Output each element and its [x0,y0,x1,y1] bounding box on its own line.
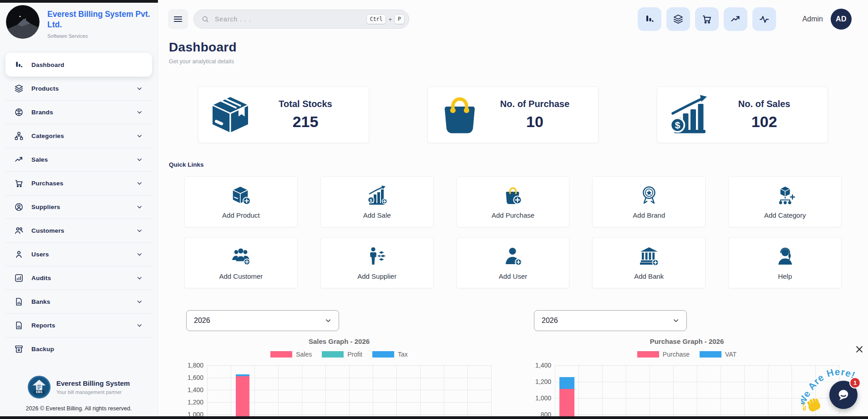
legend-item-profit[interactable]: Profit [322,351,362,358]
legend-swatch [637,351,659,358]
chevron-down-icon [136,203,143,211]
ebs-logo: EBS [28,376,51,399]
trending-up-icon [14,155,24,164]
sidebar-item-label: Purchases [31,180,128,187]
stat-card-no-of-purchase: No. of Purchase 10 [427,87,599,143]
stat-value: 215 [252,113,359,131]
chart-panel-sales-graph-2026: 2026 Sales Graph - 2026 SalesProfitTax 1… [186,310,492,419]
chevron-down-icon [136,179,143,187]
year-select[interactable]: 2026 [186,310,339,331]
header-action-icons [638,7,776,31]
legend-swatch [270,351,292,358]
sidebar-item-customers[interactable]: Customers [5,219,152,242]
svg-text:EBS: EBS [36,390,42,393]
search-box[interactable]: Ctrl + P [193,10,409,29]
quick-link-add-purchase[interactable]: Add Purchase [457,176,570,227]
quick-link-label: Add Supplier [357,272,396,280]
sidebar-item-label: Audits [31,275,128,281]
legend-item-vat[interactable]: VAT [700,351,736,358]
quick-link-add-sale[interactable]: $ Add Sale [320,176,434,227]
y-tick-label: 1,600 [186,374,203,381]
sidebar-item-purchases[interactable]: Purchases [5,171,152,195]
user-icon [14,250,24,259]
chat-bubble-icon [835,386,852,404]
quick-link-label: Add Customer [219,272,263,280]
add-bank-icon [639,246,660,267]
sidebar-item-label: Users [31,251,128,258]
chevron-down-icon [136,274,143,282]
sidebar-item-audits[interactable]: Audits [5,266,152,290]
quick-link-add-supplier[interactable]: Add Supplier [320,237,434,288]
company-tagline: Software Services [47,33,151,39]
cart-button[interactable] [695,7,719,31]
person-circle-icon [14,202,24,212]
quick-link-label: Add Bank [634,272,664,280]
sidebar-item-users[interactable]: Users [5,242,152,266]
legend-item-sales[interactable]: Sales [270,351,312,358]
chevron-down-icon [136,156,143,164]
legend-label: VAT [725,351,736,358]
sidebar-item-products[interactable]: Products [5,77,152,100]
quick-link-label: Add Sale [363,211,391,219]
quick-link-add-brand[interactable]: Add Brand [592,176,706,227]
sidebar-item-sales[interactable]: Sales [5,148,152,171]
kbd-ctrl: Ctrl [366,14,386,24]
file-chart-icon [14,297,24,307]
add-sale-icon: $ [366,185,387,206]
quick-link-add-customer[interactable]: Add Customer [184,237,298,288]
sidebar-item-label: Suppliers [31,204,128,210]
year-select-value: 2026 [542,317,558,325]
window-edge-bottom [0,416,868,419]
legend-item-tax[interactable]: Tax [372,351,408,358]
svg-text:$: $ [370,198,373,203]
activity-button[interactable] [752,7,776,31]
year-select[interactable]: 2026 [534,310,687,331]
bar-chart-icon [644,14,655,25]
chevron-down-icon [136,322,143,329]
shopping-bag-icon [438,93,482,137]
stat-value: 102 [711,113,817,131]
sidebar-item-banks[interactable]: Banks [5,290,152,313]
hamburger-icon [173,14,183,25]
bar-chart-button[interactable] [638,7,661,31]
sidebar-item-brands[interactable]: Brands [5,100,152,124]
page-head: Dashboard Get your analytical details [158,37,868,65]
add-supplier-icon [366,246,387,267]
chat-close-icon[interactable] [855,345,864,354]
quick-link-add-category[interactable]: Add Category [728,176,842,227]
chart-plot: 1,4001,2001,000800 [534,363,840,419]
copyright: 2026 © Everest Billing. All rights reser… [0,405,157,412]
waving-hand-icon [803,395,825,414]
sidebar-item-reports[interactable]: Reports [5,313,152,337]
quick-link-label: Add Product [222,211,260,219]
chevron-down-icon [136,132,143,140]
stat-label: No. of Purchase [482,99,588,109]
trending-up-button[interactable] [724,7,747,31]
quick-link-add-bank[interactable]: Add Bank [592,237,706,288]
stat-card-no-of-sales: $ No. of Sales 102 [657,87,828,143]
legend-swatch [700,351,721,358]
company-logo [5,5,40,39]
quick-link-add-user[interactable]: Add User [457,237,570,288]
chevron-down-icon [324,317,332,325]
avatar[interactable]: AD [831,9,852,30]
stat-label: No. of Sales [711,99,817,109]
shortcut-hint: Ctrl + P [366,14,405,24]
quick-link-label: Add Category [764,211,806,219]
quick-link-label: Help [778,272,792,280]
chevron-down-icon [672,317,680,325]
search-input[interactable] [214,15,362,23]
chart-title: Purchase Graph - 2026 [534,337,840,345]
sidebar-item-dashboard[interactable]: Dashboard [5,53,152,77]
legend-item-purchase[interactable]: Purchase [637,351,690,358]
menu-button[interactable] [168,9,188,29]
sidebar-item-categories[interactable]: Categories [5,124,152,148]
quick-link-help[interactable]: Help [728,237,842,288]
quick-link-label: Add User [499,272,528,280]
sidebar-item-suppliers[interactable]: Suppliers [5,195,152,219]
cart-icon [14,179,24,188]
users-icon [14,226,24,235]
sidebar-item-backup[interactable]: Backup [5,337,152,361]
layers-button[interactable] [666,7,690,31]
quick-link-add-product[interactable]: Add Product [184,176,298,227]
